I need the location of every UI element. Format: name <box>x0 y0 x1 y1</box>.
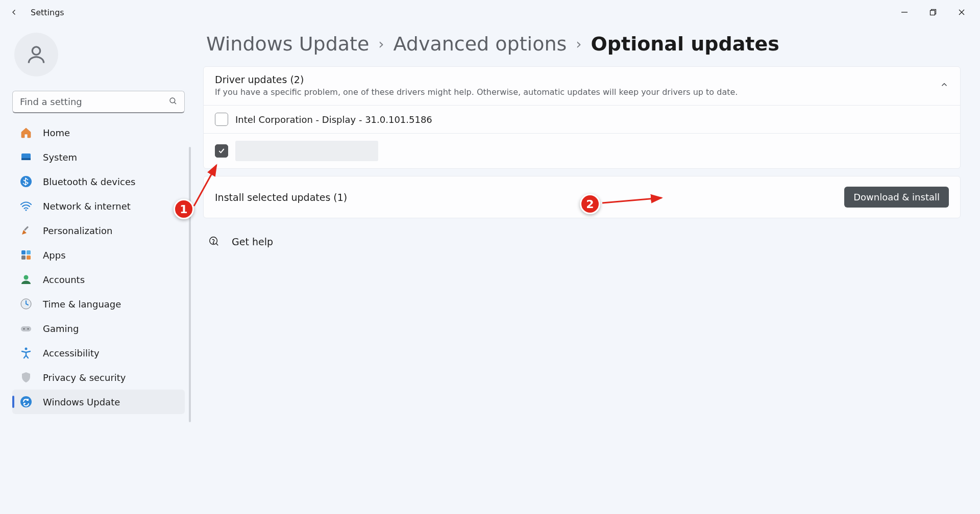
breadcrumb-level-2[interactable]: Advanced options <box>394 33 567 55</box>
sidebar-item-accessibility[interactable]: Accessibility <box>12 341 185 365</box>
sidebar-item-label: Home <box>43 127 70 138</box>
bluetooth-icon <box>19 175 33 188</box>
close-button[interactable] <box>947 0 976 24</box>
svg-rect-16 <box>27 255 31 260</box>
get-help-link[interactable]: Get help <box>203 236 961 248</box>
sidebar-item-network[interactable]: Network & internet <box>12 194 185 218</box>
minimize-button[interactable] <box>890 0 919 24</box>
svg-rect-14 <box>27 250 31 254</box>
chevron-up-icon <box>940 80 949 91</box>
maximize-button[interactable] <box>919 0 947 24</box>
help-icon <box>208 236 220 248</box>
svg-rect-9 <box>21 158 31 160</box>
personalization-icon <box>19 224 33 237</box>
sidebar-item-bluetooth[interactable]: Bluetooth & devices <box>12 169 185 194</box>
sidebar-item-accounts[interactable]: Accounts <box>12 267 185 292</box>
title-bar: Settings <box>0 0 980 24</box>
sidebar-item-label: Accessibility <box>43 348 100 358</box>
update-label-redacted <box>235 141 378 161</box>
sidebar-item-label: Gaming <box>43 323 79 334</box>
svg-line-7 <box>174 102 176 104</box>
sidebar-item-apps[interactable]: Apps <box>12 243 185 267</box>
sidebar-item-time-language[interactable]: Time & language <box>12 292 185 316</box>
sidebar-item-home[interactable]: Home <box>12 120 185 145</box>
svg-line-26 <box>216 244 218 246</box>
svg-point-21 <box>28 328 29 330</box>
sidebar-item-windows-update[interactable]: Windows Update <box>12 390 185 414</box>
svg-point-22 <box>25 348 28 350</box>
svg-point-6 <box>170 98 175 103</box>
update-checkbox[interactable] <box>215 113 228 126</box>
svg-rect-13 <box>21 250 26 254</box>
sidebar-item-label: Accounts <box>43 274 85 285</box>
download-install-button[interactable]: Download & install <box>844 187 949 208</box>
svg-point-20 <box>23 328 25 330</box>
driver-updates-header[interactable]: Driver updates (2) If you have a specifi… <box>204 67 960 105</box>
chevron-right-icon: › <box>576 36 581 53</box>
breadcrumb: Windows Update › Advanced options › Opti… <box>203 33 961 55</box>
section-description: If you have a specific problem, one of t… <box>215 87 940 97</box>
window-controls <box>890 0 976 24</box>
help-label: Get help <box>232 236 273 247</box>
sidebar-item-label: System <box>43 152 77 163</box>
update-label: Intel Corporation - Display - 31.0.101.5… <box>235 114 432 125</box>
app-title: Settings <box>31 8 64 17</box>
gaming-icon <box>19 322 33 335</box>
system-icon <box>19 150 33 164</box>
update-checkbox[interactable] <box>215 144 228 158</box>
accessibility-icon <box>19 346 33 359</box>
svg-point-25 <box>213 243 213 243</box>
svg-point-11 <box>25 209 27 211</box>
sidebar-item-label: Network & internet <box>43 201 131 212</box>
sidebar-item-system[interactable]: System <box>12 145 185 169</box>
sidebar-item-label: Apps <box>43 250 66 261</box>
breadcrumb-level-1[interactable]: Windows Update <box>206 33 369 55</box>
driver-updates-card: Driver updates (2) If you have a specifi… <box>203 66 961 169</box>
chevron-right-icon: › <box>378 36 384 53</box>
sidebar-item-personalization[interactable]: Personalization <box>12 218 185 243</box>
svg-rect-19 <box>21 326 31 331</box>
search-icon <box>168 96 178 108</box>
user-avatar[interactable] <box>14 33 58 76</box>
privacy-icon <box>19 371 33 384</box>
svg-rect-15 <box>21 255 26 260</box>
back-button[interactable] <box>4 8 24 17</box>
windows-update-icon <box>19 395 33 408</box>
home-icon <box>19 126 33 139</box>
sidebar-item-gaming[interactable]: Gaming <box>12 316 185 341</box>
sidebar-item-label: Time & language <box>43 299 121 310</box>
update-row[interactable] <box>204 133 960 168</box>
search-input[interactable] <box>12 91 185 113</box>
sidebar-item-label: Bluetooth & devices <box>43 176 135 187</box>
svg-rect-12 <box>24 226 29 230</box>
breadcrumb-current: Optional updates <box>591 33 779 55</box>
svg-rect-2 <box>930 11 935 15</box>
network-icon <box>19 199 33 213</box>
scrollbar[interactable] <box>189 147 191 422</box>
svg-point-5 <box>32 47 40 55</box>
update-row[interactable]: Intel Corporation - Display - 31.0.101.5… <box>204 105 960 133</box>
svg-point-17 <box>24 275 29 280</box>
install-label: Install selected updates (1) <box>215 192 844 203</box>
sidebar-item-label: Windows Update <box>43 397 120 407</box>
main-content: Windows Update › Advanced options › Opti… <box>194 24 980 514</box>
sidebar-item-label: Privacy & security <box>43 372 126 383</box>
sidebar: Home System Bluetooth & devices Network … <box>0 24 194 514</box>
sidebar-item-label: Personalization <box>43 225 112 236</box>
section-title: Driver updates (2) <box>215 74 940 85</box>
install-card: Install selected updates (1) Download & … <box>203 176 961 218</box>
time-language-icon <box>19 297 33 311</box>
sidebar-item-privacy[interactable]: Privacy & security <box>12 365 185 390</box>
apps-icon <box>19 248 33 262</box>
accounts-icon <box>19 273 33 286</box>
sidebar-nav: Home System Bluetooth & devices Network … <box>12 120 194 414</box>
